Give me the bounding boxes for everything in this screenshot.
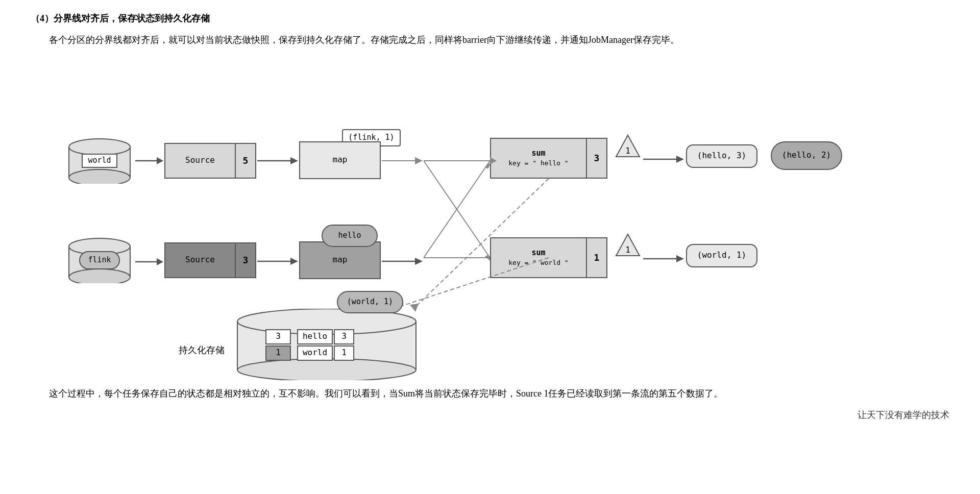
sum-world-num: 1 (586, 238, 606, 277)
output-hello3: (hello, 3) (686, 144, 757, 168)
svg-marker-10 (676, 156, 684, 163)
diagram: world Source 5 (flink, 1) map sum key = (36, 59, 944, 375)
svg-marker-17 (290, 258, 298, 265)
source-label-1: Source (165, 144, 235, 178)
svg-marker-6 (290, 157, 298, 164)
arrow-sum-hello-out (643, 153, 684, 165)
storage-label: 持久化存储 (179, 342, 225, 358)
source-box-2: Source 3 (164, 242, 256, 278)
bubble-world1: (world, 1) (337, 291, 403, 313)
svg-marker-15 (157, 258, 163, 265)
sum-hello-num: 3 (586, 139, 606, 178)
svg-line-24 (424, 161, 490, 258)
svg-text:1: 1 (625, 245, 630, 255)
storage-cell-1: 3 (265, 329, 291, 344)
svg-marker-21 (415, 157, 423, 164)
storage-cell-world: world (297, 345, 333, 361)
svg-text:1: 1 (625, 146, 630, 156)
svg-marker-4 (157, 157, 163, 164)
map-box-1: map (299, 141, 381, 179)
svg-marker-19 (415, 258, 423, 265)
cylinder-world: world (66, 138, 133, 184)
arrow-map1-right (382, 155, 423, 167)
storage-cell-hello: hello (297, 329, 333, 344)
map-box-2: map (299, 241, 381, 279)
paragraph-1: 各个分区的分界线都对齐后，就可以对当前状态做快照，保存到持久化存储了。存储完成之… (31, 32, 949, 48)
bubble-hello: hello (322, 225, 378, 247)
output-hello2: (hello, 2) (771, 141, 842, 170)
svg-point-2 (69, 169, 130, 184)
cylinder-flink: flink (66, 237, 133, 283)
svg-point-36 (237, 359, 416, 380)
arrow-sum-world-out (643, 253, 684, 265)
storage-cell-3: 3 (334, 329, 354, 344)
source-label-2: Source (165, 243, 235, 277)
sum-hello-left: sum key = " hello " (491, 139, 586, 178)
svg-point-13 (69, 269, 130, 283)
svg-line-26 (424, 161, 490, 258)
paragraph-2: 这个过程中，每个任务保存自己的状态都是相对独立的，互不影响。我们可以看到，当Su… (31, 385, 949, 402)
svg-point-1 (69, 139, 130, 155)
storage-cell-2: 1 (265, 345, 291, 361)
world-label-box: world (82, 154, 117, 168)
sum-hello-box: sum key = " hello " 3 (490, 138, 607, 179)
sum-world-left: sum key = " world " (491, 238, 586, 277)
arrow-map2-right (382, 255, 423, 267)
source-num-2: 3 (235, 243, 255, 277)
arrow-src1-map1 (257, 155, 298, 167)
section-heading: （4）分界线对齐后，保存状态到持久化存储 (31, 10, 949, 27)
watermark: 让天下没有难学的技术 (31, 407, 949, 423)
arrow-src2-map2 (257, 255, 298, 267)
source-box-1: Source 5 (164, 143, 256, 179)
sum-world-box: sum key = " world " 1 (490, 237, 607, 278)
badge-world: 1 (615, 233, 641, 259)
arrow-cyl2-src2 (135, 256, 163, 268)
arrow-cyl1-src1 (135, 155, 163, 167)
flink-oval: flink (79, 251, 120, 269)
storage-cylinder: 3 1 hello 3 world 1 (235, 309, 419, 380)
storage-cell-6: 1 (334, 345, 354, 361)
output-world1: (world, 1) (686, 244, 757, 267)
badge-hello: 1 (615, 134, 641, 160)
source-num-1: 5 (235, 144, 255, 178)
svg-marker-33 (676, 255, 684, 262)
